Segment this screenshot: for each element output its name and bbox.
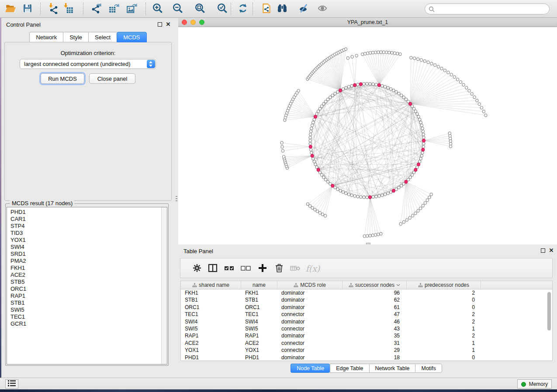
column-header-predecessor-nodes[interactable]: predecessor nodes [407,281,481,289]
mcds-result-item[interactable]: ACE2 [7,272,161,279]
table-cell-filler [481,289,552,296]
float-panel-icon[interactable] [158,22,162,27]
close-table-panel-icon[interactable]: ✕ [549,248,554,254]
table-cell-filler [481,296,552,303]
mcds-result-item[interactable]: PHD1 [7,209,161,216]
table-cell-filler [481,354,552,361]
table-row[interactable]: STB1STB1dominator620 [181,296,552,303]
network-canvas[interactable] [178,27,557,244]
table-row[interactable]: FKH1FKH1dominator962 [181,289,552,296]
mcds-result-item[interactable]: RAP1 [7,292,161,299]
select-all-button[interactable] [222,261,236,275]
memory-button[interactable]: Memory [517,379,552,389]
deselect-all-button[interactable] [239,261,253,275]
table-row[interactable]: YOX1YOX1connector291 [181,347,552,354]
import-table-icon [62,3,74,14]
zoom-in-button[interactable] [151,2,165,16]
open-file-button[interactable] [3,2,17,16]
table-row[interactable]: PHD1PHD1dominator180 [181,354,552,361]
memory-status-icon [521,382,526,387]
mcds-result-item[interactable]: PMA2 [7,258,161,265]
mcds-result-item[interactable]: STB1 [7,299,161,306]
tab-mcds[interactable]: MCDS [117,32,146,42]
run-mcds-button[interactable]: Run MCDS [41,73,84,84]
delete-column-button[interactable] [272,261,286,275]
mcds-result-item[interactable]: CAR1 [7,216,161,223]
table-row[interactable]: SWI5SWI5connector431 [181,325,552,332]
mcds-result-item[interactable]: SWI4 [7,244,161,251]
mcds-result-item[interactable]: STB5 [7,279,161,285]
table-row[interactable]: RAP1RAP1dominator352 [181,332,552,339]
tab-network-table[interactable]: Network Table [369,364,415,373]
table-cell: 2 [407,318,481,325]
float-table-panel-icon[interactable] [541,248,545,253]
tab-motifs[interactable]: Motifs [415,364,442,373]
status-bar: Memory [0,378,557,389]
table-row[interactable]: ACE2ACE2connector311 [181,340,552,347]
column-header-mcds-role[interactable]: MCDS role [277,281,343,289]
zoom-selected-button[interactable] [215,2,229,16]
table-cell-filler [481,311,552,318]
table-cell: 35 [343,332,407,339]
mcds-result-item[interactable]: GCR1 [7,320,161,327]
import-network-button[interactable] [46,2,60,16]
mcds-result-item[interactable]: FKH1 [7,265,161,272]
find-button[interactable] [275,2,289,16]
show-panels-list-button[interactable] [5,379,18,389]
tab-network[interactable]: Network [29,32,63,42]
add-column-button[interactable] [256,261,270,275]
tab-style[interactable]: Style [63,32,88,42]
plus-icon [257,263,268,273]
table-cell-filler [481,332,552,339]
list-scrollbar[interactable] [161,207,167,364]
table-row[interactable]: ORC1ORC1dominator610 [181,304,552,311]
network-window-titlebar[interactable]: YPA_prune.txt_1 [178,18,557,27]
network-from-document-button[interactable] [259,2,273,16]
column-header-successor-nodes[interactable]: successor nodes [343,281,407,289]
mcds-result-item[interactable]: STP4 [7,223,161,230]
mcds-result-item[interactable]: YOX1 [7,237,161,244]
export-image-button[interactable] [125,2,139,16]
refresh-view-button[interactable] [236,2,250,16]
close-panel-icon[interactable]: ✕ [166,21,171,28]
table-cell: 0 [407,304,481,311]
table-cell: 1 [407,325,481,332]
column-header-shared-name[interactable]: shared name [181,281,241,289]
function-builder-button[interactable]: f(x) [304,261,322,275]
delete-table-button[interactable] [288,261,302,275]
table-cell-filler [481,340,552,347]
mcds-result-item[interactable]: ORC1 [7,285,161,292]
split-view-button[interactable] [206,261,220,275]
import-table-button[interactable] [61,2,75,16]
mcds-result-item[interactable]: TEC1 [7,313,161,320]
tab-node-table[interactable]: Node Table [291,364,330,373]
column-settings-button[interactable] [190,261,204,275]
close-panel-button[interactable]: Close panel [89,73,135,84]
hide-details-button[interactable] [315,2,329,16]
table-row[interactable]: SWI4SWI4dominator462 [181,318,552,325]
zoom-out-button[interactable] [171,2,185,16]
tab-edge-table[interactable]: Edge Table [330,364,369,373]
table-cell: 61 [343,304,407,311]
export-network-button[interactable] [89,2,103,16]
mcds-result-item[interactable]: SRD1 [7,251,161,258]
save-session-button[interactable] [21,2,35,16]
control-panel: Control Panel ✕ NetworkStyleSelectMCDS O… [1,18,175,378]
column-header-name[interactable]: name [241,281,277,289]
table-cell: 2 [407,332,481,339]
table-scrollbar-thumb[interactable] [547,292,551,330]
table-cell: dominator [277,304,343,311]
mcds-result-item[interactable]: TID3 [7,230,161,237]
table-row[interactable]: TEC1TEC1connector472 [181,311,552,318]
criterion-select[interactable]: largest connected component (undirected) [20,59,156,69]
mcds-result-item[interactable]: SWI5 [7,306,161,313]
search-input[interactable] [436,4,546,14]
table-cell: TEC1 [241,311,277,318]
tab-select[interactable]: Select [88,32,117,42]
show-graphics-details-button[interactable] [296,2,310,16]
delete-table-icon [290,263,301,273]
vertical-splitter[interactable] [175,18,178,244]
export-table-button[interactable] [107,2,121,16]
zoom-fit-button[interactable] [193,2,207,16]
table-cell: 62 [343,296,407,303]
